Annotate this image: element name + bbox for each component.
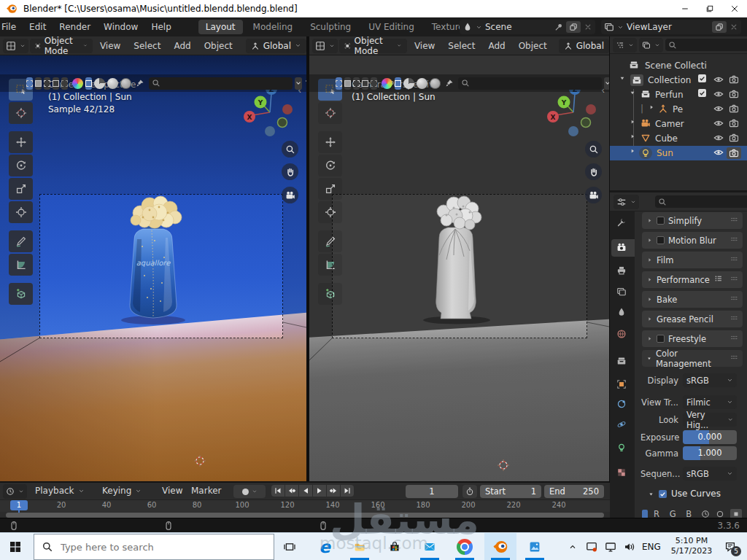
outliner-row-empty[interactable]: | Pe (610, 102, 747, 117)
timeline-scrollbar[interactable] (6, 513, 604, 518)
menu-select[interactable]: Select (442, 41, 481, 51)
paint-brush-icon[interactable] (443, 79, 456, 88)
orientation-dropdown[interactable]: Global (559, 39, 609, 53)
section-performance[interactable]: Performance (642, 271, 743, 288)
display-mode-button[interactable] (639, 38, 663, 52)
box-icon[interactable] (730, 509, 742, 518)
preset-list-icon[interactable] (714, 274, 723, 285)
outliner-search-input[interactable] (665, 39, 747, 51)
file-explorer-icon[interactable] (352, 539, 368, 555)
collection-checkbox[interactable] (698, 89, 706, 97)
editor-type-button[interactable] (312, 39, 338, 53)
timeline-ruler[interactable]: 20 40 60 80 100 120 140 160 180 200 220 … (0, 500, 610, 512)
perfume-bottle-solid[interactable] (411, 188, 499, 334)
menu-help[interactable]: Help (144, 18, 177, 36)
gizmo-y[interactable]: Y (255, 96, 267, 109)
gizmo-neg-z[interactable] (265, 126, 275, 136)
hide-eye-icon[interactable] (713, 104, 724, 114)
orientation-dropdown[interactable]: Global (246, 39, 306, 53)
viewport-canvas[interactable]: Camera Perspective (1) Collection | Sun … (309, 55, 609, 481)
tab-render-icon[interactable] (616, 242, 627, 252)
render-camera-icon[interactable] (729, 89, 739, 99)
select-mode-intersect-button[interactable] (371, 77, 377, 90)
clock-icon[interactable] (701, 510, 710, 518)
select-mode-new-button[interactable] (336, 77, 342, 90)
render-camera-icon[interactable] (729, 118, 739, 128)
shading-wireframe-sphere[interactable] (403, 78, 414, 89)
outliner-row-scene-collection[interactable]: Scene Collecti (610, 58, 747, 73)
outliner-row-camera[interactable]: Camer (610, 117, 747, 131)
shading-rendered-sphere[interactable] (120, 78, 131, 89)
menu-view[interactable]: View (409, 41, 441, 51)
workspace-tab-uv-editing[interactable]: UV Editing (361, 20, 422, 34)
play-reverse-button[interactable] (299, 485, 312, 497)
tab-output-icon[interactable] (616, 265, 627, 276)
play-button[interactable] (313, 485, 326, 497)
frame-end-field[interactable]: End250 (544, 485, 604, 498)
close-button[interactable] (722, 0, 747, 18)
tab-texture-icon[interactable] (616, 467, 627, 478)
zoom-button[interactable] (282, 141, 298, 158)
start-button[interactable] (7, 539, 23, 555)
taskbar-search[interactable] (34, 534, 274, 560)
clock[interactable]: 5:10 PM 5/17/2023 (665, 536, 718, 556)
viewport-search[interactable] (149, 77, 293, 90)
menu-render[interactable]: Render (53, 18, 97, 36)
tab-constraints-icon[interactable] (616, 399, 627, 409)
tray-expand-chevron-icon[interactable] (566, 539, 579, 555)
viewport-search-input[interactable] (458, 77, 602, 90)
marker-menu[interactable]: Marker (191, 486, 221, 496)
tab-viewlayer-icon[interactable] (616, 287, 627, 297)
disclosure-triangle-icon[interactable] (619, 74, 626, 82)
tab-collection-icon[interactable] (616, 356, 627, 366)
pin-icon[interactable] (554, 23, 563, 31)
select-mode-intersect-button[interactable] (61, 77, 68, 90)
viewport-search-input[interactable] (149, 77, 293, 90)
maximize-button[interactable] (697, 0, 722, 18)
channel-buttons[interactable]: R G B (654, 509, 695, 518)
shading-material-sphere[interactable] (417, 78, 427, 89)
material-preview-sphere[interactable] (72, 78, 83, 89)
gizmo-y[interactable]: Y (558, 96, 570, 109)
tab-scene-icon[interactable] (616, 307, 627, 317)
curves-channels-row-partial[interactable]: R G B (642, 509, 742, 518)
editor-type-button[interactable] (613, 38, 637, 52)
mail-icon[interactable] (422, 539, 438, 555)
grip-icon[interactable] (729, 353, 738, 364)
close-icon[interactable] (584, 23, 592, 31)
shading-solid-button[interactable] (85, 77, 92, 90)
gamma-slider[interactable]: 1.000 (683, 446, 737, 460)
zoom-button[interactable] (585, 141, 602, 158)
grip-icon[interactable] (729, 274, 738, 285)
photos-icon[interactable] (527, 539, 543, 555)
material-preview-sphere[interactable] (382, 78, 392, 89)
minimize-button[interactable] (673, 0, 697, 18)
select-mode-subtract-button[interactable] (44, 77, 50, 90)
select-mode-extend-button[interactable] (35, 77, 42, 90)
language-indicator[interactable]: ENG (642, 542, 661, 552)
disclosure-triangle-icon[interactable] (629, 89, 636, 96)
use-curves-checkbox[interactable] (659, 490, 667, 498)
menu-add[interactable]: Add (482, 41, 511, 51)
task-view-button[interactable] (282, 539, 298, 555)
grip-icon[interactable] (729, 294, 738, 305)
select-mode-new-button[interactable] (26, 77, 33, 90)
camera-view-button[interactable] (282, 187, 298, 203)
disclosure-triangle-icon[interactable] (629, 147, 636, 155)
overlay-filter-icon[interactable] (304, 79, 306, 88)
section-bake[interactable]: Bake (642, 291, 743, 308)
current-frame-field[interactable]: 1 (406, 485, 458, 498)
blender-taskbar-icon[interactable] (492, 539, 508, 555)
select-mode-invert-button[interactable] (53, 77, 59, 90)
shading-wireframe-sphere[interactable] (94, 78, 105, 89)
menu-object[interactable]: Object (513, 41, 553, 51)
collection-checkbox[interactable] (698, 74, 706, 82)
sequencer-dropdown[interactable]: sRGB (683, 467, 737, 481)
tab-object-icon[interactable] (616, 379, 627, 389)
hide-eye-icon[interactable] (713, 118, 724, 128)
viewport-3d-solid[interactable]: Object Mode View Select Add Object Globa… (309, 36, 609, 481)
auto-keying-button[interactable] (233, 485, 266, 498)
section-simplify[interactable]: Simplify (642, 212, 743, 229)
new-viewlayer-button[interactable] (712, 21, 727, 33)
render-camera-icon[interactable] (729, 104, 739, 114)
